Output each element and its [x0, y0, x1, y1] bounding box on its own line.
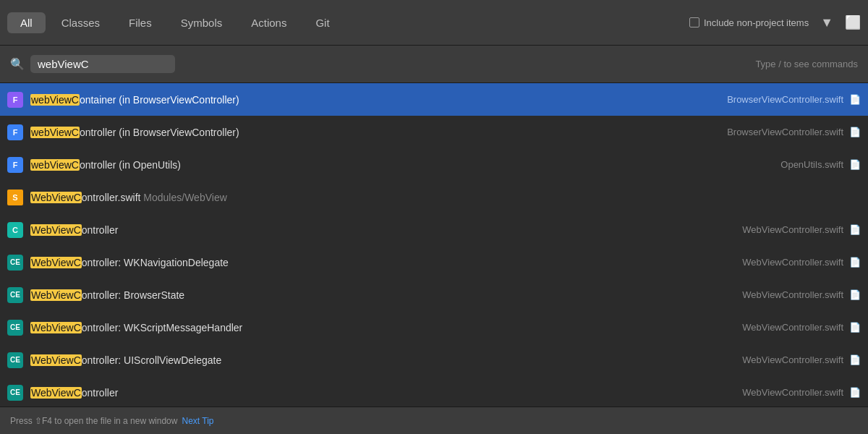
result-row[interactable]: CEWebViewController: BrowserStateWebView… [0, 278, 868, 311]
result-file: BrowserViewController.swift [727, 127, 843, 137]
result-row[interactable]: CEWebViewControllerWebViewController.swi… [0, 376, 868, 407]
search-bar: 🔍 Type / to see commands [0, 46, 868, 83]
file-icon: 📄 [849, 94, 861, 105]
highlight-text: webViewC [30, 94, 80, 106]
result-row[interactable]: CEWebViewController: WKScriptMessageHand… [0, 311, 868, 344]
result-name: WebViewController [30, 224, 742, 236]
highlight-text: WebViewC [30, 192, 82, 203]
next-tip-button[interactable]: Next Tip [182, 416, 213, 426]
tab-classes[interactable]: Classes [48, 12, 113, 33]
tab-bar: All Classes Files Symbols Actions Git In… [0, 0, 868, 46]
search-input[interactable] [30, 55, 175, 73]
search-hint: Type / to see commands [755, 59, 858, 69]
results-list: FwebViewContainer (in BrowserViewControl… [0, 83, 868, 407]
result-name: webViewController (in OpenUtils) [30, 159, 780, 171]
result-file: OpenUtils.swift [780, 159, 843, 170]
result-row[interactable]: FwebViewController (in OpenUtils)OpenUti… [0, 148, 868, 181]
result-file: WebViewController.swift [742, 354, 843, 365]
tab-files[interactable]: Files [116, 12, 165, 33]
result-file: WebViewController.swift [742, 257, 843, 268]
highlight-text: WebViewC [30, 354, 82, 366]
result-name: webViewController (in BrowserViewControl… [30, 127, 727, 138]
result-file: BrowserViewController.swift [727, 94, 843, 105]
highlight-text: webViewC [30, 127, 80, 138]
result-badge: CE [7, 352, 23, 368]
result-row[interactable]: CWebViewControllerWebViewController.swif… [0, 213, 868, 246]
file-icon: 📄 [849, 289, 861, 300]
result-row[interactable]: SWebViewController.swift Modules/WebView [0, 181, 868, 213]
file-icon: 📄 [849, 322, 861, 333]
result-badge: CE [7, 287, 23, 303]
result-name: WebViewController: BrowserState [30, 289, 742, 301]
result-row[interactable]: FwebViewContainer (in BrowserViewControl… [0, 83, 868, 116]
status-text: Press ⇧F4 to open the file in a new wind… [10, 416, 177, 426]
result-badge: F [7, 124, 23, 140]
highlight-text: webViewC [30, 159, 80, 171]
tab-git[interactable]: Git [302, 12, 342, 33]
filter-icon[interactable]: ▼ [820, 15, 833, 30]
result-badge: C [7, 222, 23, 238]
include-checkbox[interactable] [689, 17, 699, 27]
highlight-text: WebViewC [30, 322, 82, 333]
result-name: WebViewController: UIScrollViewDelegate [30, 354, 742, 366]
result-badge: F [7, 92, 23, 108]
tab-all[interactable]: All [7, 12, 46, 33]
highlight-text: WebViewC [30, 387, 82, 399]
result-row[interactable]: CEWebViewController: UIScrollViewDelegat… [0, 344, 868, 376]
file-icon: 📄 [849, 354, 861, 365]
file-icon: 📄 [849, 159, 861, 170]
highlight-text: WebViewC [30, 257, 82, 268]
result-name: webViewContainer (in BrowserViewControll… [30, 94, 727, 106]
result-name: WebViewController: WKScriptMessageHandle… [30, 322, 742, 333]
search-icon: 🔍 [10, 57, 25, 71]
tab-actions[interactable]: Actions [238, 12, 299, 33]
highlight-text: WebViewC [30, 224, 82, 236]
result-badge: S [7, 190, 23, 205]
result-row[interactable]: FwebViewController (in BrowserViewContro… [0, 116, 868, 148]
result-file: WebViewController.swift [742, 289, 843, 300]
file-path-muted: Modules/WebView [143, 192, 226, 203]
include-non-project-label[interactable]: Include non-project items [689, 17, 809, 28]
result-badge: CE [7, 385, 23, 401]
file-icon: 📄 [849, 387, 861, 398]
result-file: WebViewController.swift [742, 387, 843, 398]
result-name: WebViewController [30, 387, 742, 399]
file-icon: 📄 [849, 127, 861, 137]
result-row[interactable]: CEWebViewController: WKNavigationDelegat… [0, 246, 868, 278]
result-badge: F [7, 157, 23, 173]
result-file: WebViewController.swift [742, 224, 843, 235]
tab-symbols[interactable]: Symbols [168, 12, 236, 33]
file-icon: 📄 [849, 257, 861, 268]
result-name: WebViewController: WKNavigationDelegate [30, 257, 742, 268]
status-bar: Press ⇧F4 to open the file in a new wind… [0, 407, 868, 434]
result-file: WebViewController.swift [742, 322, 843, 333]
result-name: WebViewController.swift Modules/WebView [30, 192, 861, 203]
result-badge: CE [7, 255, 23, 271]
result-badge: CE [7, 320, 23, 336]
include-label-text: Include non-project items [704, 17, 809, 28]
highlight-text: WebViewC [30, 289, 82, 301]
file-icon: 📄 [849, 224, 861, 235]
layout-icon[interactable]: ⬜ [845, 14, 861, 30]
